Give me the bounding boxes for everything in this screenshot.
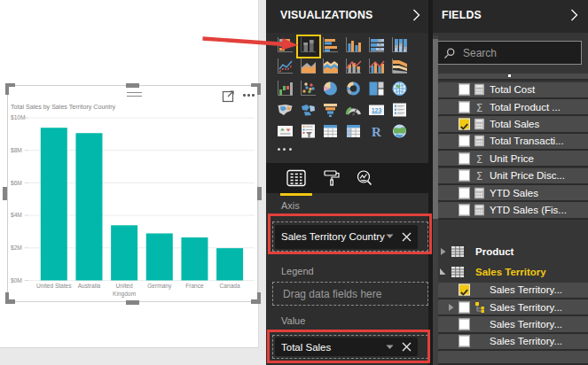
kpi-icon[interactable] bbox=[277, 123, 294, 139]
bar-2[interactable] bbox=[111, 225, 137, 280]
svg-text:Σ: Σ bbox=[476, 152, 483, 164]
visual-more-options-ellipsis-icon[interactable] bbox=[243, 94, 259, 97]
resize-handle-top-right[interactable] bbox=[251, 83, 263, 95]
field-row-sales-territory-[interactable]: Sales Territory... bbox=[438, 316, 588, 333]
map-icon[interactable] bbox=[391, 81, 408, 97]
field-checkbox-unchecked[interactable] bbox=[459, 170, 470, 182]
field-row-total-transacti-[interactable]: Total Transacti... bbox=[438, 134, 588, 151]
field-checkbox-checked[interactable] bbox=[459, 284, 470, 296]
resize-handle-top-left[interactable] bbox=[5, 83, 17, 95]
y-axis-label: $0M bbox=[11, 277, 22, 283]
resize-handle-bottom-center[interactable] bbox=[126, 300, 139, 305]
line-chart-icon[interactable] bbox=[277, 58, 294, 74]
field-row-ytd-sales-fis-[interactable]: YTD Sales (Fis... bbox=[438, 202, 588, 219]
calculator-icon bbox=[474, 187, 484, 198]
ribbon-chart-icon[interactable] bbox=[391, 58, 408, 74]
resize-handle-bottom-left[interactable] bbox=[5, 292, 17, 304]
table-icon[interactable] bbox=[322, 123, 339, 139]
field-checkbox-unchecked[interactable] bbox=[459, 318, 470, 330]
resize-handle-bottom-right[interactable] bbox=[251, 292, 263, 304]
field-label: Sales Territory... bbox=[490, 336, 562, 346]
expand-table-arrow-icon[interactable] bbox=[439, 246, 447, 257]
hierarchy-icon bbox=[474, 301, 485, 313]
field-row-sales-territory-[interactable]: Sales Territory... bbox=[438, 283, 588, 299]
bar-0[interactable] bbox=[41, 128, 67, 280]
bar-1[interactable] bbox=[75, 133, 102, 280]
collapse-pane-chevron-right-icon[interactable] bbox=[412, 9, 420, 25]
field-checkbox-unchecked[interactable] bbox=[459, 301, 470, 313]
slicer-icon[interactable] bbox=[300, 123, 317, 139]
fields-search-box[interactable] bbox=[436, 41, 582, 65]
collapse-table-arrow-icon[interactable] bbox=[439, 267, 447, 277]
pie-chart-icon[interactable] bbox=[322, 81, 339, 97]
calculator-icon bbox=[474, 118, 484, 129]
bar-chart-visual[interactable]: $0M$2M$4M$6M$8M$10MUnited StatesAustrali… bbox=[7, 85, 258, 302]
tab-analytics[interactable] bbox=[356, 169, 375, 187]
matrix-icon[interactable] bbox=[345, 123, 362, 139]
100-stacked-column-chart-icon[interactable] bbox=[391, 37, 408, 53]
clustered-bar-chart-icon[interactable] bbox=[322, 37, 339, 53]
field-row-total-product-[interactable]: ΣTotal Product ... bbox=[438, 99, 588, 116]
field-checkbox-unchecked[interactable] bbox=[459, 136, 470, 147]
field-checkbox-unchecked[interactable] bbox=[459, 187, 470, 198]
arcgis-map-icon[interactable] bbox=[391, 123, 408, 139]
clustered-column-chart-icon[interactable] bbox=[345, 37, 362, 53]
waterfall-chart-icon[interactable] bbox=[277, 81, 294, 97]
y-axis-label: $2M bbox=[11, 245, 22, 251]
field-row-unit-price-disc-[interactable]: ΣUnit Price Disc... bbox=[438, 168, 588, 185]
calculator-icon bbox=[474, 136, 484, 147]
svg-text:Σ: Σ bbox=[476, 170, 483, 182]
multi-row-card-icon[interactable] bbox=[391, 102, 408, 118]
shape-map-icon[interactable] bbox=[300, 102, 317, 118]
100-stacked-bar-chart-icon[interactable] bbox=[368, 37, 385, 53]
bar-4[interactable] bbox=[181, 237, 208, 280]
field-checkbox-unchecked[interactable] bbox=[459, 152, 470, 164]
field-row-sales-territory-[interactable]: Sales Territory... bbox=[438, 334, 588, 351]
donut-chart-icon[interactable] bbox=[345, 81, 362, 97]
scatter-chart-icon[interactable] bbox=[300, 81, 317, 97]
resize-handle-top-center[interactable] bbox=[126, 83, 139, 88]
line-and-clustered-column-chart-icon[interactable] bbox=[368, 58, 385, 74]
r-script-icon[interactable]: R bbox=[368, 123, 385, 139]
field-checkbox-unchecked[interactable] bbox=[459, 204, 470, 215]
field-checkbox-unchecked[interactable] bbox=[459, 101, 470, 113]
resize-handle-left-middle[interactable] bbox=[3, 187, 7, 200]
resize-handle-right-middle[interactable] bbox=[257, 187, 262, 200]
legend-well[interactable]: Drag data fields here bbox=[272, 282, 428, 306]
field-checkbox-checked[interactable] bbox=[459, 118, 470, 129]
powerbi-app: $0M$2M$4M$6M$8M$10MUnited StatesAustrali… bbox=[0, 0, 588, 365]
bar-5[interactable] bbox=[216, 248, 243, 280]
search-input[interactable] bbox=[463, 47, 561, 59]
field-checkbox-unchecked[interactable] bbox=[459, 84, 470, 96]
field-row-total-cost[interactable]: Total Cost bbox=[438, 82, 588, 99]
card-icon[interactable]: 123 bbox=[368, 102, 385, 118]
more-visual-options-ellipsis-icon[interactable] bbox=[278, 148, 299, 152]
expand-field-arrow-icon[interactable] bbox=[447, 302, 455, 313]
field-row-clipped[interactable] bbox=[438, 351, 588, 365]
field-row-partial[interactable] bbox=[438, 74, 588, 81]
collapse-pane-chevron-right-icon[interactable] bbox=[570, 9, 578, 25]
bar-3[interactable] bbox=[146, 233, 173, 280]
tab-fields[interactable] bbox=[286, 169, 306, 187]
table-row-product[interactable]: Product bbox=[433, 243, 588, 260]
funnel-icon[interactable] bbox=[322, 102, 339, 118]
field-label: Total Product ... bbox=[490, 102, 561, 113]
table-row-sales-territory[interactable]: Sales Territory bbox=[433, 263, 588, 281]
field-row-sales-territory-[interactable]: Sales Territory... bbox=[438, 299, 588, 316]
field-row-unit-price[interactable]: ΣUnit Price bbox=[438, 151, 588, 167]
x-axis-label: Australia bbox=[78, 283, 101, 289]
field-row-total-sales[interactable]: Total Sales bbox=[438, 116, 588, 133]
bar-chart: $0M$2M$4M$6M$8M$10MUnited StatesAustrali… bbox=[8, 86, 257, 299]
gauge-icon[interactable] bbox=[345, 102, 362, 118]
focus-mode-icon[interactable] bbox=[222, 89, 236, 106]
search-icon bbox=[443, 47, 456, 59]
filled-map-icon[interactable] bbox=[277, 102, 294, 118]
stacked-area-chart-icon[interactable] bbox=[322, 58, 339, 74]
area-chart-icon[interactable] bbox=[300, 58, 317, 74]
tab-format[interactable] bbox=[322, 169, 341, 187]
field-row-ytd-sales[interactable]: YTD Sales bbox=[438, 185, 588, 202]
grabber-icon[interactable] bbox=[127, 92, 142, 99]
line-and-stacked-column-chart-icon[interactable] bbox=[345, 58, 362, 74]
field-checkbox-unchecked[interactable] bbox=[459, 336, 470, 347]
treemap-icon[interactable] bbox=[368, 81, 385, 97]
